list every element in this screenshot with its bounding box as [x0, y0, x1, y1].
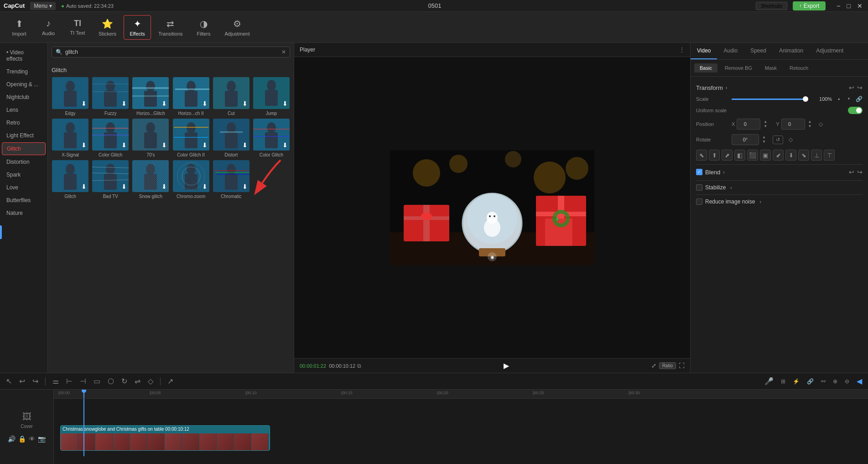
sidebar-item-butterflies[interactable]: Butterflies: [2, 194, 46, 206]
effect-chromozoom[interactable]: ⬇ Chromo-zoom: [172, 160, 209, 199]
tl-arrow-button[interactable]: ↗: [165, 375, 176, 387]
effect-70s[interactable]: ⬇ 70's: [132, 119, 169, 157]
tl-pip-button[interactable]: ⊞: [779, 377, 788, 386]
effect-xsignal[interactable]: ⬇ X-Signal: [52, 119, 89, 157]
rotate-input[interactable]: [732, 134, 759, 145]
tl-camera-button[interactable]: 📷: [38, 435, 46, 443]
position-y-input[interactable]: [781, 119, 805, 130]
effect-fuzzy[interactable]: ⬇ Fuzzy: [92, 77, 129, 116]
tool-audio[interactable]: ♪ Audio: [35, 16, 62, 39]
sidebar-item-glitch[interactable]: Glitch: [2, 142, 46, 155]
align-left-top-button[interactable]: ⬉: [696, 150, 707, 161]
rotate-reset-button[interactable]: ↺: [773, 136, 783, 144]
rotate-down-button[interactable]: ▼: [761, 140, 767, 144]
tl-delete-button[interactable]: ▭: [91, 375, 103, 387]
tab-audio[interactable]: Audio: [717, 43, 744, 59]
tl-mirror-button[interactable]: ⇌: [132, 375, 143, 387]
scale-down-button[interactable]: ▼: [846, 97, 852, 101]
blend-undo-button[interactable]: ↩: [849, 168, 854, 176]
y-up-button[interactable]: ▲: [807, 120, 813, 124]
tool-filters[interactable]: ◑ Filters: [190, 16, 218, 39]
sidebar-item-nature[interactable]: Nature: [2, 207, 46, 219]
align-bottom-button[interactable]: ⬇: [785, 150, 796, 161]
tl-keyframe-button[interactable]: ◇: [146, 375, 156, 387]
sidebar-item-nightclub[interactable]: Nightclub: [2, 91, 46, 103]
sidebar-item-distortion[interactable]: Distortion: [2, 156, 46, 168]
tl-settings-button[interactable]: ◀: [854, 375, 864, 387]
tl-trim-right-button[interactable]: ⊣: [78, 375, 88, 387]
tl-redo-button[interactable]: ↪: [30, 375, 41, 387]
tl-waveform-button[interactable]: ⚡: [790, 377, 802, 386]
blend-redo-button[interactable]: ↪: [857, 168, 863, 176]
tab-video[interactable]: Video: [691, 43, 717, 59]
scale-slider[interactable]: [732, 99, 806, 100]
sidebar-item-trending[interactable]: Trending: [2, 66, 46, 78]
tl-audio-link-button[interactable]: ⚯: [819, 377, 828, 386]
position-keyframe-icon[interactable]: ◇: [819, 121, 823, 127]
ratio-button[interactable]: Ratio: [659, 362, 676, 369]
stabilize-checkbox[interactable]: [696, 184, 702, 191]
fullscreen-icon[interactable]: ⤢: [651, 362, 656, 369]
align-left-bottom-button[interactable]: ⬋: [773, 150, 784, 161]
tl-rotate-button[interactable]: ↻: [119, 375, 130, 387]
align-center-top-button[interactable]: ⬆: [709, 150, 720, 161]
effect-colorglitch[interactable]: ⬇ Color Glitch: [92, 119, 129, 157]
rotate-keyframe-icon[interactable]: ◇: [789, 136, 793, 143]
align-top-button[interactable]: ⊤: [824, 150, 835, 161]
tab-adjustment[interactable]: Adjustment: [810, 43, 850, 59]
sidebar-item-opening[interactable]: Opening & ...: [2, 78, 46, 90]
effect-snowglitch[interactable]: ⬇ Snow glitch: [132, 160, 169, 199]
sidebar-item-light-effect[interactable]: Light Effect: [2, 130, 46, 141]
tl-mic-button[interactable]: 🎤: [762, 375, 776, 387]
tl-split-button[interactable]: ⚌: [50, 375, 61, 387]
menu-button[interactable]: Menu ▾: [30, 2, 56, 10]
transform-undo-button[interactable]: ↩: [849, 84, 854, 91]
tl-zoom-in-button[interactable]: ⊕: [831, 377, 840, 386]
rotate-up-button[interactable]: ▲: [761, 135, 767, 140]
position-x-input[interactable]: [737, 119, 760, 130]
align-center-button[interactable]: ⬛: [747, 150, 758, 161]
x-up-button[interactable]: ▲: [762, 120, 769, 124]
effect-edgy[interactable]: ⬇ Edgy: [52, 77, 89, 116]
sub-tab-removebg[interactable]: Remove BG: [719, 63, 758, 73]
maximize-button[interactable]: □: [845, 2, 852, 10]
tool-adjustment[interactable]: ⚙ Adjustment: [219, 16, 255, 39]
tl-lock-button[interactable]: 🔒: [18, 435, 26, 443]
effect-colorglitch2[interactable]: ⬇ Color Glitch II: [172, 119, 209, 157]
tool-text[interactable]: TI TI Text: [64, 16, 91, 38]
close-button[interactable]: ✕: [855, 2, 864, 10]
sidebar-item-lens[interactable]: Lens: [2, 104, 46, 116]
sidebar-item-video-effects[interactable]: • Video effects: [2, 47, 46, 65]
video-track[interactable]: Christmas snowglobe and Christmas gifts …: [60, 425, 270, 451]
sidebar-item-spark[interactable]: Spark: [2, 169, 46, 181]
y-down-button[interactable]: ▼: [807, 124, 813, 129]
search-clear-button[interactable]: ✕: [281, 49, 286, 55]
player-menu-icon[interactable]: ⋮: [679, 47, 685, 53]
x-down-button[interactable]: ▼: [762, 124, 769, 129]
scale-slider-thumb[interactable]: [803, 96, 808, 102]
tool-stickers[interactable]: ⭐ Stickers: [93, 16, 122, 39]
align-left-button[interactable]: ◧: [734, 150, 745, 161]
transform-redo-button[interactable]: ↪: [857, 84, 863, 91]
minimize-button[interactable]: −: [835, 2, 842, 10]
stabilize-row[interactable]: Stabilize ›: [696, 184, 863, 191]
search-input[interactable]: [65, 49, 279, 55]
tab-speed[interactable]: Speed: [744, 43, 773, 59]
tl-crop-button[interactable]: ⬡: [105, 375, 116, 387]
blend-checkbox[interactable]: ✓: [696, 169, 702, 175]
tl-eye-button[interactable]: 👁: [29, 435, 35, 443]
align-baseline-button[interactable]: ⊥: [811, 150, 822, 161]
export-button[interactable]: ↑ Export: [793, 1, 826, 10]
uniform-scale-toggle[interactable]: [848, 107, 863, 114]
scale-up-button[interactable]: ▲: [836, 97, 842, 101]
reduce-noise-row[interactable]: Reduce image noise ›: [696, 198, 863, 205]
effect-horizoglitch[interactable]: ⬇ Horizo...Glitch: [132, 77, 169, 116]
tl-link-button[interactable]: 🔗: [805, 377, 816, 386]
sidebar-item-retro[interactable]: Retro: [2, 117, 46, 129]
play-button[interactable]: ▶: [504, 361, 509, 370]
effect-glitch[interactable]: ⬇ Glitch: [52, 160, 89, 199]
effect-horizoglitch2[interactable]: ⬇ Horizo...ch II: [172, 77, 209, 116]
align-right-top-button[interactable]: ⬈: [722, 150, 733, 161]
tl-select-tool[interactable]: ↖: [4, 375, 14, 387]
tool-import[interactable]: ⬆ Import: [5, 16, 33, 39]
